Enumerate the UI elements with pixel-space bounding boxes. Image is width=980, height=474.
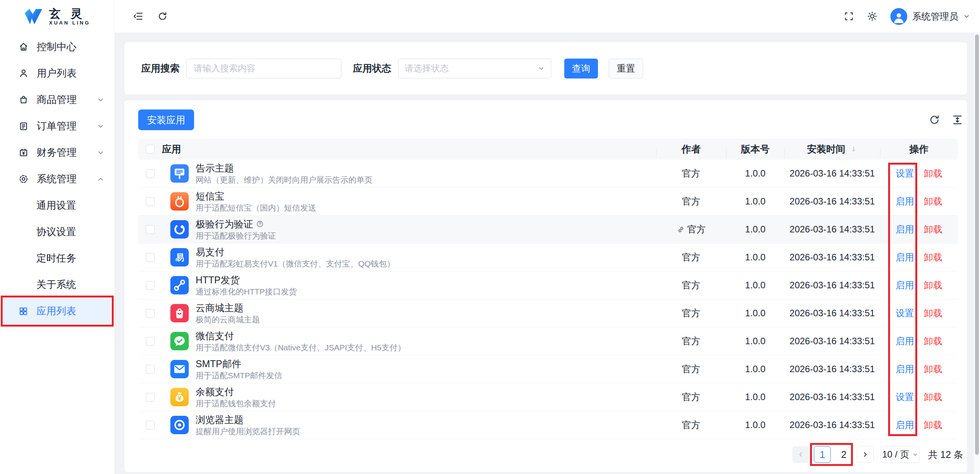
- sidebar-item-goods-management[interactable]: 商品管理: [0, 87, 114, 113]
- action-uninstall-link[interactable]: 卸载: [924, 223, 942, 235]
- sidebar-item-control-center[interactable]: 控制中心: [0, 34, 114, 60]
- table-row: 微信支付用于适配微信支付V3（Native支付、JSAPI支付、H5支付）官方1…: [138, 327, 958, 355]
- action-enable-link[interactable]: 启用: [896, 279, 914, 291]
- action-uninstall-link[interactable]: 卸载: [924, 251, 942, 263]
- search-input[interactable]: [186, 59, 341, 78]
- row-checkbox[interactable]: [146, 225, 155, 234]
- version-cell: 1.0.0: [726, 420, 784, 430]
- billboard-icon: [170, 164, 189, 183]
- brand-logo[interactable]: 玄 灵 XUAN LING: [0, 0, 114, 33]
- sidebar-item-order-management[interactable]: 订单管理: [0, 113, 114, 139]
- action-configure-link[interactable]: 设置: [896, 167, 914, 180]
- gear-icon: [18, 174, 29, 184]
- order-icon: [18, 121, 29, 131]
- page-button-2[interactable]: 2: [835, 446, 852, 463]
- sidebar-item-about-system[interactable]: 关于系统: [0, 271, 114, 298]
- row-checkbox[interactable]: [146, 253, 155, 262]
- author-cell: 官方: [656, 363, 726, 375]
- action-enable-link[interactable]: 启用: [896, 335, 914, 347]
- sidebar-item-app-list[interactable]: 应用列表: [3, 298, 111, 324]
- sidebar-item-label: 通用设置: [36, 199, 76, 212]
- author-cell: 官方: [656, 195, 726, 208]
- version-cell: 1.0.0: [726, 224, 784, 235]
- user-menu[interactable]: 系统管理员: [890, 8, 970, 25]
- status-label: 应用状态: [353, 62, 391, 75]
- home-icon: [18, 42, 29, 52]
- sort-descending-icon[interactable]: [850, 145, 858, 153]
- scrollbar-thumb[interactable]: [975, 34, 979, 455]
- sidebar-item-scheduled-tasks[interactable]: 定时任务: [0, 245, 114, 271]
- row-checkbox[interactable]: [146, 281, 155, 290]
- app-description: 极简的云商城主题: [196, 315, 260, 324]
- table-body: 告示主题网站（更新、维护）关闭时向用户展示告示的单页官方1.0.02026-03…: [138, 160, 958, 439]
- row-checkbox[interactable]: [146, 309, 155, 318]
- sidebar: 玄 灵 XUAN LING 控制中心用户列表商品管理订单管理财务管理系统管理通用…: [0, 0, 115, 474]
- action-uninstall-link[interactable]: 卸载: [924, 167, 942, 180]
- installed-time-cell: 2026-03-16 14:33:51: [784, 168, 880, 179]
- help-icon[interactable]: [256, 220, 264, 228]
- query-button[interactable]: 查询: [564, 59, 598, 78]
- version-cell: 1.0.0: [726, 196, 784, 207]
- app-name: 易支付: [196, 247, 395, 258]
- action-uninstall-link[interactable]: 卸载: [924, 335, 942, 347]
- page-size-select[interactable]: 10 / 页: [880, 446, 920, 463]
- sidebar-item-label: 定时任务: [36, 252, 76, 265]
- row-checkbox[interactable]: [146, 393, 155, 402]
- app-name: 极验行为验证: [196, 219, 276, 230]
- action-enable-link[interactable]: 启用: [896, 195, 914, 208]
- fullscreen-icon[interactable]: [844, 11, 854, 21]
- page-button-1[interactable]: 1: [814, 446, 831, 463]
- app-description: 提醒用户使用浏览器打开网页: [196, 427, 300, 436]
- action-uninstall-link[interactable]: 卸载: [924, 363, 942, 375]
- refresh-icon[interactable]: [157, 11, 168, 21]
- sidebar-item-label: 关于系统: [36, 278, 76, 291]
- actions-cell: 设置卸载: [880, 307, 958, 319]
- sidebar-item-user-list[interactable]: 用户列表: [0, 60, 114, 87]
- header-installed-time[interactable]: 安装时间: [784, 143, 880, 155]
- status-select[interactable]: 请选择状态: [398, 59, 551, 78]
- row-checkbox[interactable]: [146, 169, 155, 178]
- browser-icon: [170, 416, 189, 434]
- row-checkbox[interactable]: [146, 337, 155, 346]
- app-name: SMTP邮件: [196, 358, 282, 369]
- action-configure-link[interactable]: 设置: [896, 391, 914, 403]
- action-uninstall-link[interactable]: 卸载: [924, 391, 942, 403]
- row-checkbox[interactable]: [146, 421, 155, 430]
- plug-icon: [170, 276, 189, 294]
- refresh-table-icon[interactable]: [929, 114, 940, 126]
- link-icon[interactable]: [677, 226, 685, 234]
- action-enable-link[interactable]: 启用: [896, 363, 914, 375]
- action-enable-link[interactable]: 启用: [896, 419, 914, 431]
- action-configure-link[interactable]: 设置: [896, 307, 914, 319]
- page-scrollbar[interactable]: [974, 33, 980, 474]
- action-enable-link[interactable]: 启用: [896, 223, 914, 235]
- row-checkbox[interactable]: [146, 197, 155, 206]
- table-row: 浏览器主题提醒用户使用浏览器打开网页官方1.0.02026-03-16 14:3…: [138, 411, 958, 439]
- chevron-down-icon: [97, 149, 105, 157]
- sidebar-item-system-management[interactable]: 系统管理: [0, 166, 114, 192]
- next-page-button[interactable]: [857, 446, 874, 463]
- action-enable-link[interactable]: 启用: [896, 251, 914, 263]
- action-uninstall-link[interactable]: 卸载: [924, 307, 942, 319]
- table-toolbar-icons: [929, 110, 963, 126]
- table-header-row: 应用 作者 版本号 安装时间 操作: [138, 139, 958, 160]
- version-cell: 1.0.0: [726, 280, 784, 291]
- row-checkbox[interactable]: [146, 365, 155, 374]
- author-cell: 官方: [656, 223, 726, 235]
- select-all-checkbox[interactable]: [146, 145, 155, 154]
- sidebar-item-label: 用户列表: [37, 67, 77, 80]
- action-uninstall-link[interactable]: 卸载: [924, 279, 942, 291]
- chevron-down-icon: [97, 96, 105, 104]
- sidebar-item-general-settings[interactable]: 通用设置: [0, 192, 114, 219]
- prev-page-button[interactable]: [792, 446, 809, 463]
- sidebar-item-label: 商品管理: [37, 93, 77, 106]
- collapse-sidebar-icon[interactable]: [133, 11, 144, 21]
- action-uninstall-link[interactable]: 卸载: [924, 419, 942, 431]
- row-height-icon[interactable]: [952, 114, 963, 126]
- action-uninstall-link[interactable]: 卸载: [924, 195, 942, 208]
- install-app-button[interactable]: 安装应用: [138, 110, 194, 130]
- reset-button[interactable]: 重置: [609, 59, 643, 78]
- theme-sun-icon[interactable]: [867, 11, 877, 21]
- sidebar-item-protocol-settings[interactable]: 协议设置: [0, 219, 114, 245]
- sidebar-item-finance-management[interactable]: 财务管理: [0, 139, 114, 166]
